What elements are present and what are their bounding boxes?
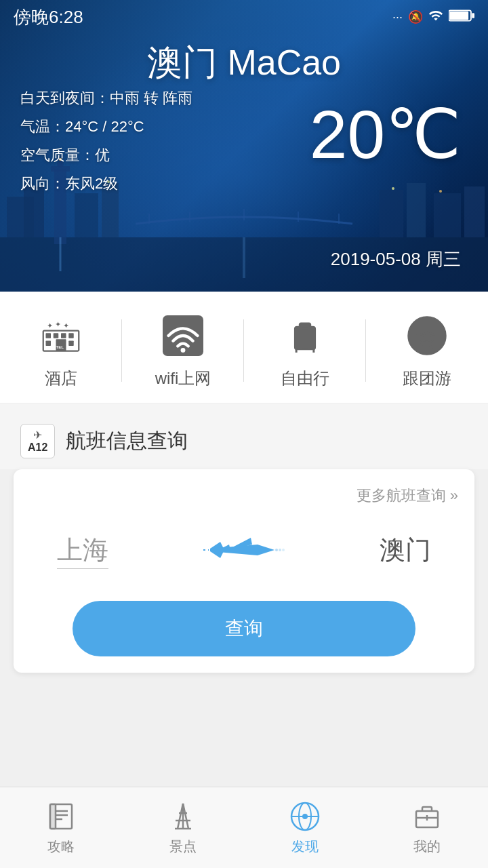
mine-icon — [410, 800, 444, 833]
signal-icon: ··· — [392, 10, 403, 24]
section-header: ✈ A12 航班信息查询 — [0, 403, 488, 469]
svg-rect-59 — [50, 804, 56, 829]
status-icons: ··· 🔕 — [392, 8, 474, 26]
quick-menu: ✦ ✦ ✦ HOTEL 酒店 wifi上网 — [0, 292, 488, 403]
guide-icon — [44, 800, 78, 833]
svg-rect-20 — [464, 186, 485, 237]
flight-badge: ✈ A12 — [20, 424, 55, 458]
query-button[interactable]: 查询 — [73, 601, 415, 656]
nav-item-mine[interactable]: 我的 — [366, 793, 488, 863]
discover-icon — [288, 800, 322, 833]
svg-rect-33 — [68, 341, 74, 347]
quick-item-group-tour[interactable]: 跟团游 — [366, 312, 488, 389]
discover-nav-label: 发现 — [291, 837, 319, 856]
destination-city: 澳门 — [298, 533, 445, 568]
group-tour-label: 跟团游 — [403, 368, 451, 389]
free-travel-label: 自由行 — [281, 368, 329, 389]
weather-date: 2019-05-08 周三 — [331, 248, 461, 271]
svg-point-54 — [282, 549, 285, 551]
svg-point-40 — [181, 348, 186, 353]
svg-point-64 — [302, 814, 308, 819]
nav-item-spots[interactable]: 景点 — [122, 793, 244, 863]
group-tour-icon — [403, 312, 451, 359]
hotel-label: 酒店 — [45, 368, 77, 389]
mine-nav-label: 我的 — [413, 837, 441, 856]
svg-rect-28 — [46, 333, 52, 338]
hotel-icon: ✦ ✦ ✦ HOTEL — [37, 312, 85, 359]
quick-item-free-travel[interactable]: 自由行 — [244, 312, 366, 389]
plane-icon — [190, 526, 298, 574]
departure-city[interactable]: 上海 — [43, 533, 190, 568]
svg-rect-17 — [380, 190, 403, 237]
spots-nav-label: 景点 — [169, 837, 197, 856]
guide-nav-label: 攻略 — [47, 837, 75, 856]
svg-rect-19 — [434, 193, 461, 237]
more-flights[interactable]: 更多航班查询 » — [30, 486, 458, 506]
svg-text:✦: ✦ — [55, 320, 61, 328]
svg-rect-29 — [54, 333, 59, 338]
wifi-icon — [159, 312, 207, 359]
wifi-label: wifi上网 — [155, 368, 211, 389]
wifi-status-icon — [428, 8, 443, 26]
status-bar: 傍晚6:28 ··· 🔕 — [0, 0, 488, 34]
battery-icon — [449, 9, 474, 26]
mute-icon: 🔕 — [408, 9, 423, 24]
flight-card: 更多航班查询 » 上海 — [14, 469, 474, 673]
flight-route: 上海 — [30, 526, 458, 574]
section-title: 航班信息查询 — [66, 427, 188, 455]
weather-header: 澳门 MaCao 白天到夜间：中雨 转 阵雨 气温：24°C / 22°C 空气… — [0, 0, 488, 292]
svg-text:✦: ✦ — [63, 321, 69, 330]
main-content: 澳门 MaCao 白天到夜间：中雨 转 阵雨 气温：24°C / 22°C 空气… — [0, 0, 488, 774]
svg-text:✦: ✦ — [47, 321, 53, 330]
city-title: 澳门 MaCao — [147, 39, 341, 87]
svg-point-25 — [392, 187, 394, 190]
svg-rect-31 — [68, 333, 74, 338]
weather-air-quality: 空气质量：优 — [20, 145, 192, 165]
weather-info-left: 白天到夜间：中雨 转 阵雨 气温：24°C / 22°C 空气质量：优 风向：东… — [20, 88, 192, 202]
weather-wind: 风向：东风2级 — [20, 174, 192, 194]
svg-point-26 — [439, 190, 442, 193]
svg-point-52 — [275, 549, 278, 551]
spots-icon — [166, 800, 200, 833]
nav-item-guide[interactable]: 攻略 — [0, 793, 122, 863]
svg-rect-2 — [472, 13, 474, 18]
svg-point-53 — [279, 549, 281, 551]
weather-temperature: 气温：24°C / 22°C — [20, 117, 192, 137]
bottom-nav: 攻略 景点 发现 — [0, 787, 488, 868]
nav-item-discover[interactable]: 发现 — [244, 793, 366, 863]
status-time: 傍晚6:28 — [14, 5, 83, 29]
quick-item-wifi[interactable]: wifi上网 — [122, 312, 244, 389]
svg-text:HOTEL: HOTEL — [50, 345, 64, 349]
svg-rect-18 — [407, 183, 426, 237]
quick-item-hotel[interactable]: ✦ ✦ ✦ HOTEL 酒店 — [0, 312, 122, 389]
luggage-icon — [281, 312, 329, 359]
weather-current-temp: 20℃ — [310, 95, 461, 174]
svg-rect-30 — [61, 333, 66, 338]
weather-condition: 白天到夜间：中雨 转 阵雨 — [20, 88, 192, 108]
svg-rect-1 — [449, 11, 468, 20]
svg-rect-41 — [295, 327, 314, 349]
